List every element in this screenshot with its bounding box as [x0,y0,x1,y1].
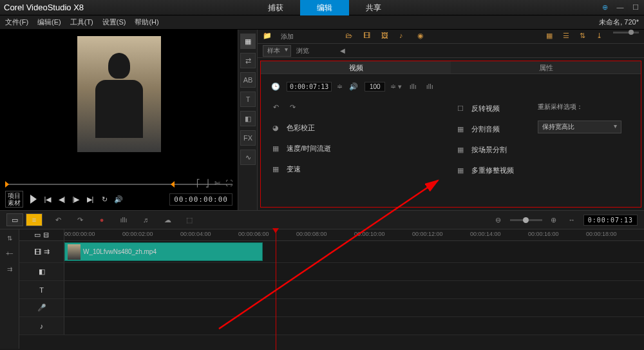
undo-button[interactable]: ↶ [52,213,64,226]
lib-media-icon[interactable]: ▦ [240,34,256,49]
rotate-right-icon[interactable]: ↷ [287,101,298,113]
loop-button[interactable]: ↻ [99,194,109,204]
library-toolbar: 📁 添加 🗁 🎞 🖼 ♪ ◉ ▦ ☰ ⇅ ⤓ [258,30,644,44]
mark-out-icon[interactable]: ⎦ [205,179,209,188]
go-start-button[interactable]: |◀ [43,194,53,204]
video-preview[interactable] [4,34,234,177]
spinner-icon[interactable]: ≑ [337,83,343,91]
toggle-all-tracks-icon[interactable]: ⇅ [3,232,17,244]
mark-in-icon[interactable]: ⎡ [196,179,200,188]
track-motion-button[interactable]: ☁ [161,213,174,226]
video-track-icon[interactable]: 🎞 [34,248,41,256]
fade-in-icon[interactable]: ıllı [407,81,419,92]
tab-capture[interactable]: 捕获 [251,0,300,15]
lib-fx-icon[interactable]: FX [240,130,256,146]
split-audio-button[interactable]: ▦ 分割音频 [455,123,514,135]
zoom-out-button[interactable]: ⊖ [492,213,505,226]
mark-in-handle[interactable] [5,181,9,188]
play-button[interactable] [28,194,39,204]
voice-track-icon[interactable]: 🎤 [37,304,46,312]
options-tab-attribute[interactable]: 属性 [451,61,641,74]
open-folder-icon[interactable]: 🗁 [345,32,357,42]
zoom-in-button[interactable]: ⊕ [547,213,560,226]
tab-edit[interactable]: 编辑 [300,0,349,15]
collapse-icon[interactable]: ◀ [340,47,345,54]
timeline-ruler[interactable]: 00:00:00:00 00:00:02:00 00:00:04:00 00:0… [64,229,644,240]
collapse-track-icon[interactable]: ⊟ [43,231,49,239]
rotate-left-icon[interactable]: ↶ [270,101,281,113]
fade-out-icon[interactable]: ıllı [424,81,435,92]
sound-button[interactable]: 🔊 [113,194,124,204]
view-thumb-icon[interactable]: ▦ [546,32,558,42]
multi-trim-button[interactable]: ▦ 多重修整视频 [455,164,514,176]
record-button[interactable]: ● [95,213,108,226]
minimize-button[interactable]: — [616,3,625,12]
menu-settings[interactable]: 设置(S) [102,17,126,27]
split-scene-button[interactable]: ▦ 按场景分割 [455,144,514,155]
library-folder-dropdown[interactable]: 样本 [263,45,291,57]
redo-button[interactable]: ↷ [73,213,86,226]
voice-track: 🎤 [19,299,644,317]
menu-tools[interactable]: 工具(T) [70,17,93,27]
preview-timecode[interactable]: 00:00:00:00 [169,193,232,206]
subtitle-button[interactable]: ⬚ [183,213,196,226]
globe-icon[interactable]: ⊕ [600,3,609,12]
filter-photo-icon[interactable]: 🖼 [381,32,393,42]
spinner-icon-2[interactable]: ≑ ▾ [390,83,402,91]
duration-input[interactable]: 0:00:07:13 [287,82,332,92]
color-correction-button[interactable]: ◕ 色彩校正 [270,122,435,133]
timeline-mode-button[interactable]: ≡ [26,213,43,226]
main-tabs: 捕获 编辑 共享 [251,0,398,15]
audio-mixer-button[interactable]: ıllı [117,213,130,226]
add-track-icon[interactable]: +− [3,248,17,259]
view-list-icon[interactable]: ☰ [563,32,574,42]
lib-transition-icon[interactable]: ⇄ [240,53,256,68]
fit-timeline-button[interactable]: ↔ [565,213,578,226]
browse-button[interactable]: 浏览 [296,46,309,55]
clip-label: W_10LfvwNs480_zh.mp4 [83,248,156,255]
lib-path-icon[interactable]: ∿ [240,150,256,165]
maximize-button[interactable]: ☐ [631,3,640,12]
scrub-bar[interactable]: ⎡ ⎦ ✄ ⛶ [5,180,232,188]
prev-frame-button[interactable]: ◀| [57,194,67,204]
expand-icon[interactable]: ⛶ [225,179,232,188]
lib-title-icon[interactable]: AB [240,72,256,88]
preview-mode-toggle[interactable]: 项目 素材 [5,191,23,208]
lib-overlay-icon[interactable]: ◧ [240,111,256,126]
go-end-button[interactable]: ▶| [85,194,95,204]
add-folder-button[interactable]: 添加 [281,32,294,41]
next-frame-button[interactable]: |▶ [71,194,81,204]
library-category-strip: ▦ ⇄ AB T ◧ FX ∿ [238,30,258,210]
video-clip[interactable]: W_10LfvwNs480_zh.mp4 [64,242,263,261]
menu-edit[interactable]: 编辑(E) [37,17,61,27]
folder-icon[interactable]: 📁 [263,32,274,42]
zoom-slider[interactable] [510,219,542,221]
mark-out-handle[interactable] [171,181,175,188]
auto-music-button[interactable]: ♬ [139,213,152,226]
lib-text-icon[interactable]: T [240,92,256,107]
options-tab-video[interactable]: 视频 [261,61,451,74]
music-track-icon[interactable]: ♪ [40,322,44,330]
variable-speed-button[interactable]: ▦ 变速 [270,163,435,175]
cut-icon[interactable]: ✄ [214,179,220,188]
import-icon[interactable]: ⤓ [596,32,608,42]
title-track-icon[interactable]: T [39,286,44,294]
menu-help[interactable]: 帮助(H) [135,17,158,27]
speed-button[interactable]: ▦ 速度/时间流逝 [270,142,435,154]
resample-dropdown[interactable]: 保持宽高比 [538,121,621,133]
menu-file[interactable]: 文件(F) [5,17,28,27]
clock-icon: 🕒 [270,81,281,92]
storyboard-mode-button[interactable]: ▭ [6,213,23,226]
link-icon[interactable]: ⇉ [44,248,50,256]
tab-share[interactable]: 共享 [349,0,398,15]
timeline-timecode[interactable]: 0:00:07:13 [583,215,638,226]
filter-disc-icon[interactable]: ◉ [417,32,429,42]
reverse-video-checkbox[interactable]: ☐ 反转视频 [455,102,514,114]
expand-track-icon[interactable]: ▭ [34,231,41,239]
filter-audio-icon[interactable]: ♪ [399,32,411,42]
sort-icon[interactable]: ⇅ [580,32,591,42]
overlay-track-icon[interactable]: ◧ [39,267,45,276]
ripple-icon[interactable]: ⇉ [3,263,17,275]
filter-video-icon[interactable]: 🎞 [363,32,375,42]
volume-input[interactable] [365,82,385,92]
